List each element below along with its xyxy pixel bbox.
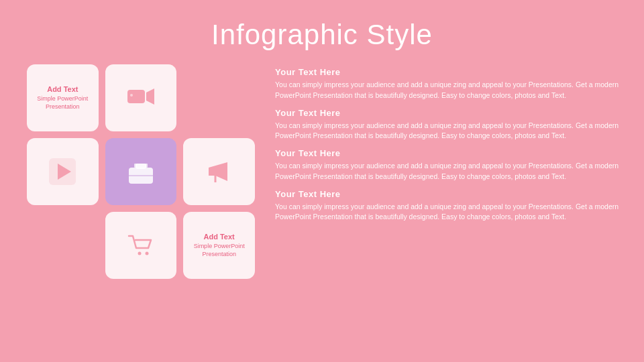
text-block-1: Your Text Here You can simply impress yo… <box>275 67 624 101</box>
body-4: You can simply impress your audience and… <box>275 202 624 223</box>
card-megaphone[interactable] <box>183 138 255 205</box>
cart-icon <box>126 231 156 260</box>
content-area: Add Text Simple PowerPoint Presentation <box>0 64 644 279</box>
card-sublabel-2: Simple PowerPoint Presentation <box>190 243 248 258</box>
heading-2: Your Text Here <box>275 108 624 118</box>
svg-rect-9 <box>136 164 146 168</box>
svg-marker-1 <box>146 88 154 105</box>
text-block-2: Your Text Here You can simply impress yo… <box>275 108 624 142</box>
card-add-text[interactable]: Add Text Simple PowerPoint Presentation <box>27 64 99 131</box>
svg-rect-12 <box>209 168 215 176</box>
play-icon <box>48 157 77 186</box>
card-video-camera[interactable] <box>105 64 177 131</box>
left-panel: Add Text Simple PowerPoint Presentation <box>27 64 255 279</box>
svg-point-15 <box>145 252 148 255</box>
heading-4: Your Text Here <box>275 189 624 199</box>
card-label-2: Add Text <box>204 232 235 241</box>
body-2: You can simply impress your audience and… <box>275 121 624 142</box>
text-block-3: Your Text Here You can simply impress yo… <box>275 148 624 182</box>
megaphone-icon <box>205 157 234 186</box>
text-block-4: Your Text Here You can simply impress yo… <box>275 189 624 223</box>
svg-rect-0 <box>127 90 145 103</box>
svg-point-14 <box>138 252 141 255</box>
page-title: Infographic Style <box>0 0 644 64</box>
right-panel: Your Text Here You can simply impress yo… <box>275 64 624 279</box>
body-1: You can simply impress your audience and… <box>275 80 624 101</box>
card-sublabel: Simple PowerPoint Presentation <box>34 95 92 111</box>
briefcase-icon <box>126 157 156 186</box>
card-add-text-2[interactable]: Add Text Simple PowerPoint Presentation <box>183 212 255 279</box>
video-camera-icon <box>126 83 156 113</box>
card-play[interactable] <box>27 138 99 205</box>
heading-1: Your Text Here <box>275 67 624 77</box>
svg-point-2 <box>130 94 133 97</box>
card-cart[interactable] <box>105 212 177 279</box>
body-3: You can simply impress your audience and… <box>275 161 624 182</box>
card-label: Add Text <box>47 84 78 94</box>
heading-3: Your Text Here <box>275 148 624 158</box>
card-briefcase[interactable] <box>105 138 177 205</box>
